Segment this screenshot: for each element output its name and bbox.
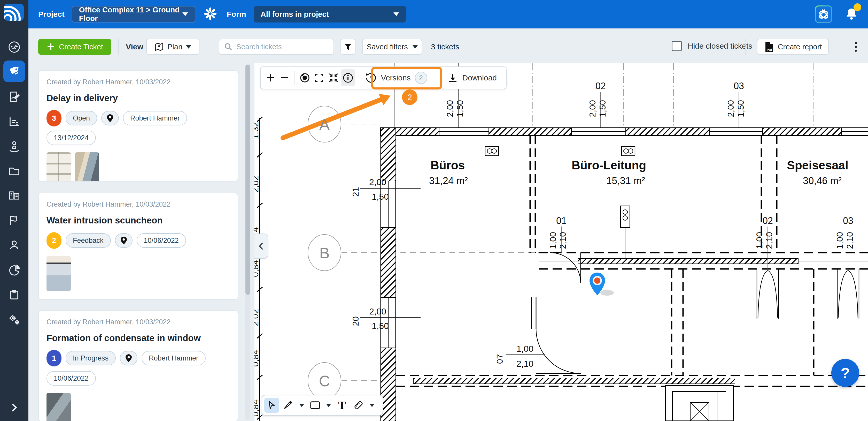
plan-label: 2,00 [369, 306, 386, 316]
top-bar: Project Office Complex 11 > Ground Floor… [28, 0, 868, 28]
chevron-left-icon [257, 242, 266, 251]
versions-button[interactable]: Versions 2 [359, 68, 433, 87]
measure-tool-dropdown[interactable] [368, 398, 376, 413]
project-selector[interactable]: Office Complex 11 > Ground Floor [72, 6, 195, 23]
plan-label: 4 [254, 227, 260, 232]
caret-down-icon [299, 404, 304, 407]
ticket-list-scrollbar-thumb[interactable] [245, 65, 250, 295]
form-selector[interactable]: All forms in project [254, 6, 406, 23]
app-window: Project Office Complex 11 > Ground Floor… [0, 0, 868, 421]
caret-down-icon [186, 45, 191, 49]
plan-label: 03 [734, 81, 744, 91]
plan-label: B [319, 244, 330, 262]
view-mode-dropdown[interactable]: Plan [146, 39, 199, 55]
ticket-tag-icon [7, 64, 21, 78]
plan-label: 2,10 [764, 232, 774, 249]
sidebar-item-dashboard[interactable] [7, 40, 22, 54]
plan-label: 0,84 [254, 260, 260, 277]
sidebar-item-reports[interactable] [7, 263, 22, 277]
text-tool[interactable]: T [335, 398, 349, 413]
ticket-card[interactable]: Created by Robert Hammer, 10/03/2022 Wat… [38, 193, 238, 300]
pen-tool-dropdown[interactable] [297, 398, 306, 413]
view-label: View [126, 43, 144, 51]
ticket-title: Delay in delivery [46, 93, 230, 103]
sidebar-item-tickets[interactable] [3, 60, 25, 82]
more-options-kebab-menu[interactable] [849, 40, 862, 53]
zoom-out-button[interactable] [278, 69, 292, 86]
create-ticket-button[interactable]: Create Ticket [38, 39, 111, 55]
priority-badge: 2 [46, 232, 61, 249]
ticket-map-pin[interactable] [588, 272, 617, 298]
plan-label: 02 [763, 216, 773, 226]
saved-filters-label: Saved filters [367, 43, 408, 51]
create-report-label: Create report [778, 43, 822, 51]
pen-tool[interactable] [281, 398, 296, 413]
download-button[interactable]: Download [440, 68, 503, 87]
shape-tool-dropdown[interactable] [324, 398, 333, 413]
shape-tool[interactable] [308, 398, 323, 413]
form-selector-value: All forms in project [261, 10, 329, 19]
thumbnail-water-puddle[interactable] [46, 256, 71, 291]
planradar-logo[interactable] [4, 4, 24, 21]
project-settings-gear-icon[interactable] [204, 7, 216, 21]
location-pin-pill[interactable] [115, 233, 132, 248]
measure-tool[interactable] [351, 398, 366, 413]
create-report-button[interactable]: PDF Create report [757, 39, 829, 55]
filter-funnel-icon [344, 43, 352, 51]
sidebar-item-flags[interactable] [7, 213, 22, 228]
thumbnail-office-window[interactable] [75, 152, 99, 181]
plan-label: 07 [495, 354, 504, 364]
sidebar-item-tasks[interactable] [7, 287, 22, 302]
filter-button[interactable] [340, 39, 355, 55]
pen-icon [283, 400, 293, 410]
hide-closed-checkbox[interactable] [672, 41, 682, 51]
location-pin-pill[interactable] [120, 351, 137, 365]
sidebar-item-documents[interactable] [7, 164, 22, 178]
notifications-button[interactable] [845, 7, 858, 22]
help-button[interactable]: ? [831, 359, 859, 387]
caret-down-icon [412, 45, 418, 49]
hide-closed-label: Hide closed tickets [688, 41, 752, 50]
status-pill: Feedback [66, 233, 111, 248]
zoom-in-button[interactable] [263, 69, 278, 86]
plan-label: 1,50 [597, 100, 607, 117]
plan-viewer-toolbar: Versions 2 Download [260, 66, 506, 89]
plan-label: 1,50 [372, 321, 389, 331]
sidebar-item-company[interactable] [7, 188, 22, 203]
plan-label: 0,84 [254, 349, 260, 367]
plan-label: 2,00 [726, 100, 736, 117]
plan-label: 0,84 [254, 399, 260, 417]
plan-label: 03 [843, 216, 853, 226]
plan-label: 1,00 [835, 232, 844, 249]
fullscreen-button[interactable] [312, 69, 327, 86]
form-label: Form [227, 10, 246, 19]
plan-label: 2,02 [254, 176, 260, 193]
sidebar-item-settings[interactable] [7, 312, 22, 327]
plan-label: 31,24 m² [429, 175, 468, 186]
sidebar-item-forms[interactable] [7, 89, 22, 104]
toggle-pins-eye-button[interactable] [298, 69, 312, 86]
thumbnail-condensate-window[interactable] [46, 393, 71, 421]
apps-grid-button[interactable] [815, 5, 832, 23]
thumbnail-brick-wall[interactable] [46, 152, 71, 181]
assignee-pill: Robert Hammer [123, 111, 187, 125]
sidebar-expand-chevron-icon[interactable] [7, 400, 22, 415]
hide-closed-toggle[interactable]: Hide closed tickets [672, 41, 752, 51]
sidebar-item-users[interactable] [7, 238, 22, 252]
select-cursor-tool[interactable] [264, 398, 279, 413]
search-tickets-input[interactable] [236, 43, 322, 51]
plan-label: 2,00 [445, 100, 455, 117]
status-pill: In Progress [66, 351, 116, 365]
ticket-card[interactable]: Created by Robert Hammer, 10/03/2022 Del… [38, 71, 238, 181]
fit-to-view-button[interactable] [326, 69, 341, 86]
plan-label: 02 [595, 81, 606, 91]
collapse-panel-button[interactable] [254, 233, 269, 259]
plan-label: 01 [556, 216, 566, 226]
sidebar-item-statistics[interactable] [7, 114, 22, 129]
saved-filters-dropdown[interactable]: Saved filters [362, 39, 422, 55]
versions-count-badge: 2 [415, 72, 427, 84]
plan-info-button[interactable] [341, 69, 355, 86]
location-pin-pill[interactable] [101, 111, 119, 125]
sidebar-item-site-inspection[interactable] [7, 139, 22, 153]
ticket-card[interactable]: Created by Robert Hammer, 10/03/2022 For… [38, 310, 238, 421]
